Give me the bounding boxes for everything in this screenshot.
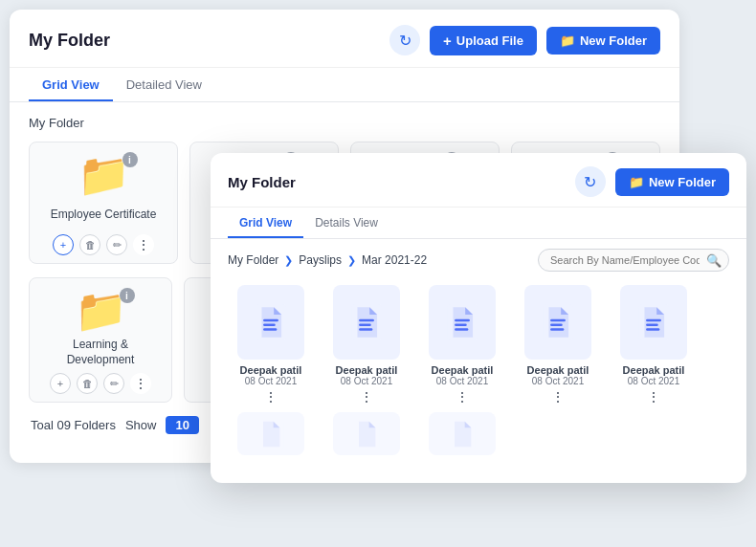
file-more-icon[interactable]: ⋮ [360, 389, 373, 405]
file-more-icon[interactable]: ⋮ [551, 389, 565, 405]
popup-header: My Folder ↻ 📁 New Folder [211, 153, 746, 208]
svg-rect-10 [455, 324, 467, 326]
edit-action-icon[interactable]: ✏ [103, 373, 124, 394]
bc-sep1: ❯ [284, 254, 293, 267]
popup-title: My Folder [228, 174, 296, 190]
popup-refresh-button[interactable]: ↻ [575, 166, 606, 197]
file-icon-wrap-partial [237, 412, 304, 455]
breadcrumb: My Folder [29, 116, 660, 130]
file-grid-row2 [211, 412, 746, 468]
svg-rect-7 [359, 328, 372, 330]
popup-window: My Folder ↻ 📁 New Folder Grid View Detai… [211, 153, 746, 483]
svg-rect-13 [550, 319, 566, 321]
file-date: 08 Oct 2021 [341, 376, 392, 386]
folder-item-employee-certificate[interactable]: 📁 i Employee Certificate + 🗑 ✏ ⋮ [29, 142, 178, 264]
bc-root[interactable]: My Folder [228, 253, 278, 267]
file-date: 08 Oct 2021 [628, 376, 679, 386]
folder-name: Learning & Development [39, 338, 162, 367]
tab-detailed-view[interactable]: Detailed View [113, 68, 215, 101]
file-icon-wrap [333, 285, 400, 360]
svg-rect-18 [646, 324, 658, 326]
file-icon-wrap [237, 285, 304, 360]
file-grid: Deepak patil 08 Oct 2021 ⋮ Deepak patil … [211, 279, 746, 412]
svg-rect-1 [263, 319, 278, 321]
file-item-3[interactable]: Deepak patil 08 Oct 2021 ⋮ [515, 285, 601, 405]
svg-rect-5 [359, 319, 374, 321]
delete-action-icon[interactable]: 🗑 [79, 234, 100, 255]
file-name: Deepak patil [527, 364, 589, 376]
svg-rect-9 [455, 319, 470, 321]
main-header: My Folder ↻ + Upload File 📁 New Folder [10, 10, 679, 68]
popup-new-folder-button[interactable]: 📁 New Folder [615, 168, 729, 196]
bc-level1[interactable]: Payslips [299, 253, 342, 267]
file-date: 08 Oct 2021 [245, 376, 297, 386]
bc-sep2: ❯ [347, 254, 356, 267]
tab-grid-view[interactable]: Grid View [29, 68, 113, 101]
file-more-icon[interactable]: ⋮ [647, 389, 660, 405]
search-input[interactable] [538, 249, 729, 272]
info-badge: i [122, 152, 138, 167]
more-action-icon[interactable]: ⋮ [130, 373, 151, 394]
total-folders-label: Toal 09 Folders [31, 418, 116, 432]
svg-rect-6 [359, 324, 371, 326]
search-button[interactable]: 🔍 [706, 253, 722, 268]
file-icon-wrap [620, 285, 687, 360]
file-name: Deepak patil [336, 364, 398, 376]
file-icon-wrap [524, 285, 591, 360]
header-actions: ↻ + Upload File 📁 New Folder [389, 25, 660, 55]
add-action-icon[interactable]: + [53, 234, 74, 255]
file-name: Deepak patil [240, 364, 302, 376]
edit-action-icon[interactable]: ✏ [106, 234, 127, 255]
file-icon-wrap-partial [429, 412, 496, 455]
info-badge: i [120, 288, 135, 303]
popup-tabs: Grid View Details View [211, 208, 746, 239]
main-tabs: Grid View Detailed View [10, 68, 679, 102]
file-name: Deepak patil [623, 364, 685, 376]
popup-breadcrumb-row: My Folder ❯ Payslips ❯ Mar 2021-22 🔍 [211, 239, 746, 279]
svg-rect-11 [455, 328, 468, 330]
bc-current: Mar 2021-22 [362, 253, 427, 267]
popup-tab-grid-view[interactable]: Grid View [228, 208, 303, 238]
file-name: Deepak patil [432, 364, 494, 376]
show-label: Show [125, 418, 157, 432]
folder-icon-wrap: 📁 i [78, 154, 130, 196]
popup-tab-details-view[interactable]: Details View [303, 208, 389, 238]
upload-file-button[interactable]: + Upload File [430, 26, 537, 55]
folder-icon-wrap: 📁 i [75, 290, 127, 332]
folder-icon-btn: 📁 [560, 33, 575, 48]
refresh-icon: ↻ [399, 32, 411, 50]
file-date: 08 Oct 2021 [532, 376, 584, 386]
svg-rect-3 [263, 328, 277, 330]
svg-rect-17 [646, 319, 661, 321]
file-item-0[interactable]: Deepak patil 08 Oct 2021 ⋮ [228, 285, 314, 405]
popup-breadcrumb: My Folder ❯ Payslips ❯ Mar 2021-22 [228, 253, 427, 267]
add-action-icon[interactable]: + [50, 373, 71, 394]
folder-actions: + 🗑 ✏ ⋮ [50, 373, 151, 394]
search-wrap: 🔍 [538, 249, 729, 272]
popup-folder-icon-btn: 📁 [629, 175, 644, 189]
delete-action-icon[interactable]: 🗑 [77, 373, 98, 394]
main-title: My Folder [29, 31, 110, 51]
more-action-icon[interactable]: ⋮ [133, 234, 154, 255]
file-more-icon[interactable]: ⋮ [264, 389, 278, 405]
new-folder-button[interactable]: 📁 New Folder [546, 27, 660, 55]
file-item-partial-1[interactable] [323, 412, 410, 460]
file-item-1[interactable]: Deepak patil 08 Oct 2021 ⋮ [323, 285, 410, 405]
svg-rect-14 [550, 324, 563, 326]
file-item-4[interactable]: Deepak patil 08 Oct 2021 ⋮ [611, 285, 697, 405]
svg-rect-19 [646, 328, 659, 330]
popup-refresh-icon: ↻ [584, 173, 596, 191]
folder-name: Employee Certificate [51, 202, 157, 229]
file-item-partial-2[interactable] [419, 412, 505, 460]
file-more-icon[interactable]: ⋮ [456, 389, 469, 405]
svg-rect-15 [550, 328, 564, 330]
plus-icon: + [443, 33, 452, 49]
popup-header-actions: ↻ 📁 New Folder [575, 166, 729, 197]
file-date: 08 Oct 2021 [436, 376, 488, 386]
main-refresh-button[interactable]: ↻ [389, 25, 420, 55]
file-item-2[interactable]: Deepak patil 08 Oct 2021 ⋮ [419, 285, 505, 405]
show-value-badge[interactable]: 10 [166, 416, 198, 434]
file-item-partial-0[interactable] [228, 412, 314, 460]
file-icon-wrap [429, 285, 496, 360]
folder-item-learning-development[interactable]: 📁 i Learning & Development + 🗑 ✏ ⋮ [29, 277, 172, 403]
